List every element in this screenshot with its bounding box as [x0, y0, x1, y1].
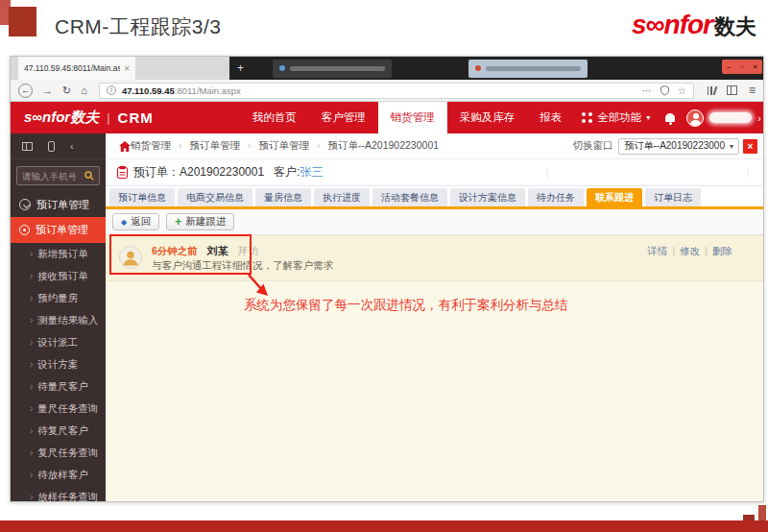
chevron-right-icon: ›	[30, 249, 33, 259]
detail-link[interactable]: 详情	[648, 245, 668, 258]
maximize-icon[interactable]: ▫	[740, 62, 743, 71]
browser-tab-active[interactable]: 47.110.59.45:8011/Main.aspx ×	[18, 57, 135, 80]
address-bar[interactable]: i 47.110.59.45 :8011/Main.aspx ⋯ ☆	[99, 83, 694, 99]
all-functions-menu[interactable]: 全部功能 ▾	[582, 110, 650, 125]
forward-icon[interactable]: →	[42, 85, 53, 96]
followup-toolbar: ◆ 返回 + 新建跟进	[106, 209, 763, 235]
logo-brand-text: s∞nfor	[632, 10, 712, 40]
sidebar-item[interactable]: ›待放样客户	[11, 464, 106, 486]
nav-item-customers[interactable]: 客户管理	[309, 102, 378, 133]
sidebar-item-label: 预约量房	[37, 292, 78, 305]
page-title: CRM-工程跟踪3/3	[55, 13, 222, 40]
tab-followup[interactable]: 联系跟进	[587, 188, 642, 206]
sidebar-item[interactable]: ›放样任务查询	[11, 486, 106, 502]
breadcrumb-item[interactable]: 预订单--A201902230001	[309, 139, 439, 153]
annotation-text: 系统为您保留了每一次跟进情况，有利于案利分析与总结	[244, 297, 568, 314]
chevron-right-icon: ›	[30, 425, 33, 436]
nav-item-sales[interactable]: 销货管理	[378, 102, 447, 133]
sidebar-item[interactable]: ›测量结果输入	[11, 309, 106, 331]
new-tab-button[interactable]: +	[237, 61, 244, 75]
library-icon[interactable]	[708, 86, 716, 95]
menu-icon[interactable]: ≡	[749, 84, 756, 97]
back-button[interactable]: ◆ 返回	[112, 213, 159, 230]
edit-link[interactable]: 修改	[668, 245, 701, 258]
sidebar-section-label: 预订单管理	[36, 198, 89, 212]
sidebar-section-header[interactable]: 预订单管理	[11, 192, 106, 217]
sidebar-item-label: 放样任务查询	[37, 491, 98, 503]
site-info-icon[interactable]: i	[107, 85, 116, 95]
sidebar-item[interactable]: ›设计派工	[11, 331, 106, 353]
sidebar-item-label: 接收预订单	[37, 270, 88, 283]
new-followup-button[interactable]: + 新建跟进	[166, 213, 234, 230]
sidebar-item[interactable]: ›设计方案	[11, 353, 106, 375]
tab-ecommerce-info[interactable]: 电商交易信息	[178, 188, 252, 206]
switch-window-label: 切换窗口	[572, 139, 612, 153]
window-switch-dropdown[interactable]: 预订单--A20190223000 ▾	[618, 138, 739, 155]
user-avatar[interactable]	[686, 109, 704, 127]
tab-order-info[interactable]: 预订单信息	[109, 188, 175, 206]
delete-link[interactable]: 删除	[700, 245, 732, 258]
sidebar-item[interactable]: ›待量尺客户	[11, 375, 106, 398]
sidebar-item[interactable]: ›复尺任务查询	[11, 442, 106, 464]
bookmark-star-icon[interactable]: ☆	[678, 85, 686, 96]
blurred-tab-title	[290, 66, 385, 71]
nav-item-home[interactable]: 我的首页	[240, 102, 309, 133]
tab-activity-package[interactable]: 活动套餐信息	[372, 188, 447, 206]
reload-icon[interactable]: ↻	[62, 85, 71, 97]
tab-order-log[interactable]: 订单日志	[645, 188, 701, 206]
search-input[interactable]	[22, 171, 84, 181]
minimize-icon[interactable]: –	[727, 62, 731, 71]
person-avatar-icon	[119, 246, 142, 273]
crm-brand-logo: s∞nfor数夫	[24, 109, 99, 127]
sidebar-item[interactable]: ›量尺任务查询	[11, 398, 106, 420]
tab-measure-info[interactable]: 量房信息	[255, 188, 311, 206]
close-window-button[interactable]: ×	[743, 139, 757, 154]
tab-design-plan[interactable]: 设计方案信息	[450, 188, 525, 206]
sidebar-item[interactable]: ›待复尺客户	[11, 420, 106, 442]
chevron-right-icon: ›	[30, 381, 33, 392]
chevron-right-icon: ›	[30, 447, 33, 458]
search-icon[interactable]	[84, 171, 94, 181]
sidebar-item-active[interactable]: 预订单管理	[11, 217, 106, 243]
browser-tab-inactive[interactable]	[468, 60, 588, 78]
back-icon[interactable]: ←	[18, 84, 33, 98]
close-icon[interactable]: ×	[753, 62, 757, 71]
panes-icon[interactable]	[22, 142, 33, 151]
sidebar-toggle-icon[interactable]	[727, 85, 737, 95]
blurred-tab-title	[486, 66, 581, 71]
followup-row[interactable]: 6分钟之前 刘某 拜访 与客户沟通工程详细情况，了解客户需求 详情 修改 删除	[106, 235, 763, 281]
sidebar-header: ‹	[11, 133, 106, 159]
collapse-sidebar-icon[interactable]: ‹	[70, 140, 74, 152]
customer-name-link[interactable]: 张三	[300, 164, 323, 181]
slide: CRM-工程跟踪3/3 s∞nfor 数夫 47.110.59.45:8011/…	[0, 0, 768, 532]
home-icon[interactable]: ⌂	[81, 85, 87, 96]
followup-content: 与客户沟通工程详细情况，了解客户需求	[152, 259, 333, 273]
panel-collapse-right-icon[interactable]: 〉	[745, 166, 756, 181]
browser-tab-inactive[interactable]	[273, 60, 392, 78]
chevron-right-icon[interactable]: ‹	[757, 112, 761, 124]
notification-bell-icon[interactable]	[665, 113, 675, 122]
favicon-icon	[475, 65, 481, 71]
phone-icon[interactable]	[48, 141, 55, 152]
tab-close-icon[interactable]: ×	[124, 63, 130, 74]
breadcrumb-bar: 销货管理 预订单管理 预订单管理 预订单--A201902230001 切换窗口…	[106, 133, 763, 159]
nav-item-reports[interactable]: 报表	[527, 102, 574, 133]
breadcrumb-item[interactable]: 销货管理	[131, 139, 171, 153]
sidebar-item[interactable]: ›新增预订单	[11, 243, 106, 265]
tab-todo-tasks[interactable]: 待办任务	[528, 188, 584, 206]
panel-collapse-left-icon[interactable]: 〈	[540, 166, 550, 181]
home-icon[interactable]	[119, 141, 131, 152]
sidebar-item[interactable]: ›预约量房	[11, 287, 106, 309]
nav-item-purchase-inventory[interactable]: 采购及库存	[447, 102, 528, 133]
browser-tab-strip: 47.110.59.45:8011/Main.aspx × + – ▫ ×	[11, 57, 764, 80]
slide-decoration-square	[758, 505, 766, 520]
sidebar-search[interactable]	[16, 166, 100, 185]
shield-icon[interactable]	[660, 85, 669, 96]
tab-progress[interactable]: 执行进度	[314, 188, 370, 206]
page-actions-icon[interactable]: ⋯	[642, 85, 652, 96]
browser-toolbar: ← → ↻ ⌂ i 47.110.59.45 :8011/Main.aspx ⋯…	[11, 80, 764, 102]
followup-time: 6分钟之前	[152, 245, 198, 258]
breadcrumb-item[interactable]: 预订单管理	[171, 139, 240, 153]
breadcrumb-item[interactable]: 预订单管理	[240, 139, 309, 153]
sidebar-item[interactable]: ›接收预订单	[11, 265, 106, 287]
